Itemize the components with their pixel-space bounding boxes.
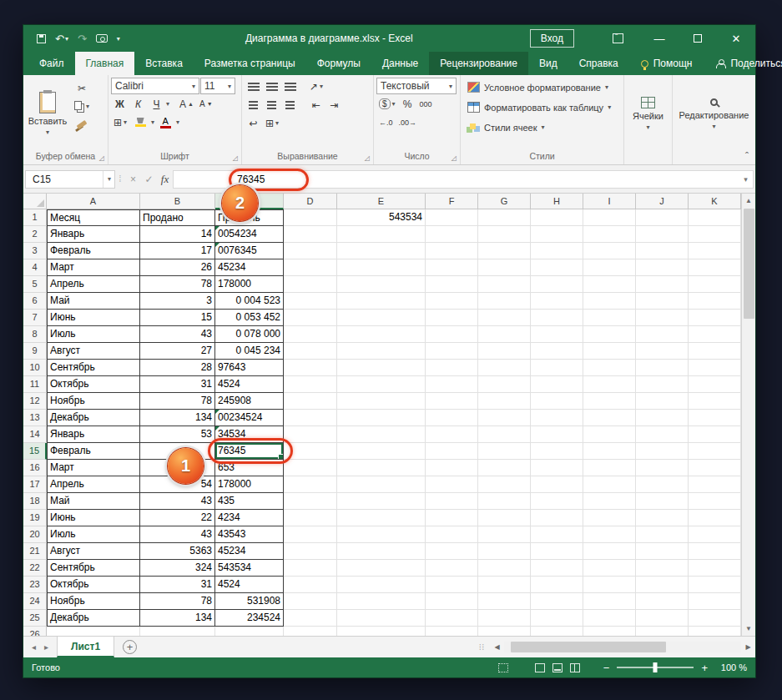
cell-J23[interactable] xyxy=(636,577,689,593)
cell-K3[interactable] xyxy=(689,243,741,259)
row-header-1[interactable]: 1 xyxy=(23,209,47,226)
cell-J17[interactable] xyxy=(636,476,689,493)
cell-F1[interactable] xyxy=(426,209,478,226)
cell-J9[interactable] xyxy=(636,343,689,360)
cell-G3[interactable] xyxy=(478,243,531,259)
insert-function-button[interactable]: fx xyxy=(157,170,173,189)
format-as-table-button[interactable]: Форматировать как таблицу ▾ xyxy=(463,98,621,117)
cell-F9[interactable] xyxy=(426,343,478,360)
row-header-22[interactable]: 22 xyxy=(23,560,47,577)
cell-A14[interactable]: Январь xyxy=(47,426,140,443)
ribbon-display-options-icon[interactable] xyxy=(613,33,623,43)
row-header-15[interactable]: 15 xyxy=(23,443,47,460)
font-color-button[interactable]: А xyxy=(155,113,175,131)
cell-I7[interactable] xyxy=(583,310,636,326)
cell-A10[interactable]: Сентябрь xyxy=(47,360,140,376)
cell-C15[interactable]: 76345 xyxy=(215,443,284,460)
cell-B2[interactable]: 14 xyxy=(140,226,215,243)
cell-G25[interactable] xyxy=(478,610,531,627)
fill-color-button[interactable] xyxy=(130,113,150,131)
cell-J14[interactable] xyxy=(636,426,689,443)
editing-button[interactable]: Редактирование ▾ xyxy=(675,78,753,150)
tab-Разметка страницы[interactable]: Разметка страницы xyxy=(194,52,306,75)
cell-F5[interactable] xyxy=(426,276,478,293)
cell-D21[interactable] xyxy=(284,543,337,560)
minimize-button[interactable]: — xyxy=(640,25,679,52)
cell-A6[interactable]: Май xyxy=(47,293,140,310)
column-header-H[interactable]: H xyxy=(531,194,583,209)
cell-D7[interactable] xyxy=(284,310,337,326)
percent-format-button[interactable]: % xyxy=(399,95,416,113)
cell-E12[interactable] xyxy=(337,393,426,410)
cell-J25[interactable] xyxy=(636,610,689,627)
cell-I25[interactable] xyxy=(583,610,636,627)
zoom-level[interactable]: 100 % xyxy=(715,662,747,672)
tab-scroll-splitter[interactable]: ⁞⁞ xyxy=(474,637,490,657)
cell-I6[interactable] xyxy=(583,293,636,310)
align-right-button[interactable] xyxy=(281,96,299,113)
cell-I5[interactable] xyxy=(583,276,636,293)
cell-A9[interactable]: Август xyxy=(47,343,140,360)
cell-B19[interactable]: 22 xyxy=(140,510,215,526)
cell-J13[interactable] xyxy=(636,410,689,426)
cell-G10[interactable] xyxy=(478,360,531,376)
align-left-button[interactable] xyxy=(245,96,262,113)
cell-H21[interactable] xyxy=(531,543,583,560)
cell-A20[interactable]: Июль xyxy=(47,526,140,543)
scroll-down-icon[interactable]: ▼ xyxy=(742,622,755,636)
cell-A26[interactable] xyxy=(47,627,140,636)
row-header-19[interactable]: 19 xyxy=(23,510,47,526)
cell-H24[interactable] xyxy=(531,593,583,610)
cell-E9[interactable] xyxy=(337,343,426,360)
cell-A21[interactable]: Август xyxy=(47,543,140,560)
cell-F22[interactable] xyxy=(426,560,478,577)
cell-F6[interactable] xyxy=(426,293,478,310)
cell-C12[interactable]: 245908 xyxy=(215,393,284,410)
borders-button[interactable]: ⊞▾ xyxy=(111,113,129,131)
page-break-view-icon[interactable] xyxy=(570,663,580,672)
cell-K8[interactable] xyxy=(689,326,741,343)
cell-B14[interactable]: 53 xyxy=(140,426,215,443)
cell-C14[interactable]: 34534 xyxy=(215,426,284,443)
cell-C18[interactable]: 435 xyxy=(215,493,284,510)
cell-G26[interactable] xyxy=(478,627,531,636)
cell-B26[interactable] xyxy=(140,627,215,636)
vertical-scrollbar[interactable]: ▲ ▼ xyxy=(741,194,755,636)
cell-G7[interactable] xyxy=(478,310,531,326)
cell-E18[interactable] xyxy=(337,493,426,510)
cell-C4[interactable]: 45234 xyxy=(215,259,284,276)
customize-qat-button[interactable]: ▾ xyxy=(117,35,120,43)
dialog-launcher-icon[interactable]: ◿ xyxy=(233,152,238,164)
cell-C19[interactable]: 4234 xyxy=(215,510,284,526)
prev-sheet-icon[interactable]: ◂ xyxy=(32,642,36,652)
merge-center-button[interactable]: ⊞▾ xyxy=(263,114,281,132)
cell-K5[interactable] xyxy=(689,276,741,293)
cell-C11[interactable]: 4524 xyxy=(215,376,284,393)
cell-K10[interactable] xyxy=(689,360,741,376)
cell-J8[interactable] xyxy=(636,326,689,343)
grow-font-button[interactable]: А▲ xyxy=(177,95,196,113)
cell-H4[interactable] xyxy=(531,259,583,276)
row-header-4[interactable]: 4 xyxy=(23,259,47,276)
cell-A11[interactable]: Октябрь xyxy=(47,376,140,393)
cell-E21[interactable] xyxy=(337,543,426,560)
cell-A24[interactable]: Ноябрь xyxy=(47,593,140,610)
normal-view-icon[interactable] xyxy=(535,663,545,672)
name-box[interactable]: C15 ▾ xyxy=(25,170,115,189)
cell-E1[interactable]: 543534 xyxy=(337,209,426,226)
vertical-scroll-thumb[interactable] xyxy=(744,209,754,319)
undo-button[interactable]: ↶▾ xyxy=(55,33,68,45)
cell-B4[interactable]: 26 xyxy=(140,259,215,276)
cell-H6[interactable] xyxy=(531,293,583,310)
cell-H13[interactable] xyxy=(531,410,583,426)
cell-B13[interactable]: 134 xyxy=(140,410,215,426)
cell-D9[interactable] xyxy=(284,343,337,360)
cell-A7[interactable]: Июнь xyxy=(47,310,140,326)
close-button[interactable]: ✕ xyxy=(717,25,755,52)
row-header-17[interactable]: 17 xyxy=(23,476,47,493)
comma-format-button[interactable]: 000 xyxy=(417,95,435,113)
cell-H18[interactable] xyxy=(531,493,583,510)
cell-A12[interactable]: Ноябрь xyxy=(47,393,140,410)
row-header-18[interactable]: 18 xyxy=(23,493,47,510)
cells-button[interactable]: Ячейки ▾ xyxy=(627,78,669,150)
